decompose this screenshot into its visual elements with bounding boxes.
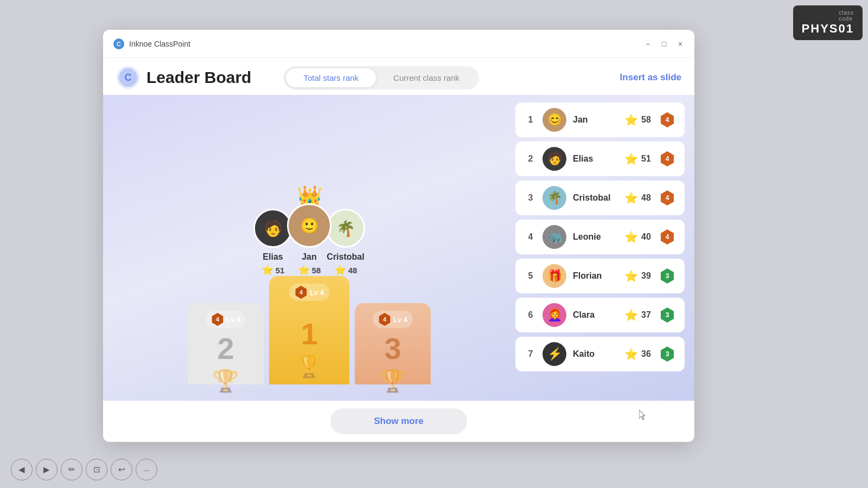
class-code-badge: classcode PHYS01 [793, 5, 863, 40]
lb-avatar-4: 🦏 [542, 225, 566, 249]
lb-star-icon-1: ⭐ [624, 113, 638, 126]
app-name: Inknoe ClassPoint [129, 40, 190, 48]
tab-total-stars[interactable]: Total stars rank [286, 68, 376, 87]
lb-rank-3: 3 [525, 193, 536, 203]
bottom-toolbar: ◀ ▶ ✏ ⊡ ↩ ··· [11, 459, 157, 480]
leaderboard-row-6: 6 👩‍🦰 Clara ⭐ 37 3 [515, 298, 685, 332]
more-button[interactable]: ··· [136, 459, 157, 480]
insert-slide-button[interactable]: Insert as slide [620, 72, 681, 83]
lb-score-3: ⭐ 48 4 [624, 190, 675, 206]
lb-score-value-5: 39 [641, 271, 656, 281]
camera-button[interactable]: ⊡ [86, 459, 107, 480]
podium-third-stars: ⭐ 48 [334, 264, 358, 276]
lb-star-icon-4: ⭐ [624, 230, 638, 243]
second-level-badge: 4 Lv 4 [206, 311, 246, 328]
lb-score-1: ⭐ 58 4 [624, 112, 675, 127]
podium-third-person: 🌴 Cristobal ⭐ 48 [326, 209, 365, 276]
lb-rank-1: 1 [525, 115, 536, 125]
tab-current-class[interactable]: Current class rank [376, 68, 477, 87]
first-level-label: Lv 4 [310, 288, 324, 297]
lb-name-6: Clara [573, 310, 618, 320]
lb-level-badge-5: 3 [660, 268, 675, 284]
show-more-button[interactable]: Show more [330, 408, 467, 434]
lb-name-3: Cristobal [573, 193, 618, 203]
minimize-button[interactable]: − [643, 40, 652, 48]
lb-star-icon-3: ⭐ [624, 191, 638, 204]
lb-score-4: ⭐ 40 4 [624, 229, 675, 245]
lb-score-7: ⭐ 36 3 [624, 346, 675, 362]
third-level-badge: 4 Lv 4 [373, 311, 413, 328]
podium-area: 🧑 Elias ⭐ 51 👑 🙂 Jan ⭐ [103, 95, 515, 401]
lb-score-value-7: 36 [641, 349, 656, 359]
third-star-icon: ⭐ [334, 264, 346, 276]
lb-avatar-3: 🌴 [542, 186, 566, 210]
lb-name-1: Jan [573, 115, 618, 125]
podium-first-stars: ⭐ 58 [298, 264, 321, 276]
podium-first-avatar: 🙂 [287, 203, 331, 248]
svg-text:C: C [117, 41, 121, 47]
second-level-hex: 4 [211, 313, 224, 326]
maximize-button[interactable]: □ [660, 40, 668, 48]
lb-avatar-6: 👩‍🦰 [542, 303, 566, 327]
lb-rank-2: 2 [525, 154, 536, 164]
podium-first-person: 👑 🙂 Jan ⭐ 58 [287, 186, 331, 276]
class-code-label: classcode [839, 10, 854, 22]
lb-rank-4: 4 [525, 232, 536, 242]
lb-score-2: ⭐ 51 4 [624, 151, 675, 166]
lb-level-badge-7: 3 [660, 346, 675, 362]
leaderboard-row-2: 2 🧑 Elias ⭐ 51 4 [515, 142, 685, 176]
lb-rank-5: 5 [525, 271, 536, 281]
first-star-icon: ⭐ [298, 264, 310, 276]
second-level-label: Lv 4 [226, 316, 240, 324]
podium-first-name: Jan [302, 252, 317, 262]
third-level-hex: 4 [378, 313, 391, 326]
page-title: Leader Board [146, 68, 251, 87]
lb-avatar-2: 🧑 [542, 147, 566, 171]
podium-second-score: 51 [276, 266, 285, 275]
lb-level-badge-2: 4 [660, 151, 675, 166]
lb-score-value-4: 40 [641, 232, 656, 242]
header-logo: C [116, 66, 140, 89]
lb-rank-7: 7 [525, 349, 536, 359]
lb-avatar-1: 😊 [542, 108, 566, 132]
bottom-bar: Show more [103, 401, 694, 442]
podium-rank-first: 1 [301, 319, 317, 349]
podium-rank-second: 2 [217, 333, 234, 364]
leaderboard-row-5: 5 🎁 Florian ⭐ 39 3 [515, 259, 685, 293]
play-button[interactable]: ▶ [36, 459, 58, 480]
lb-name-2: Elias [573, 154, 618, 164]
first-level-hex: 4 [295, 286, 308, 299]
app-logo: C [113, 38, 125, 50]
lb-name-5: Florian [573, 271, 618, 281]
podium-second-stars: ⭐ 51 [261, 264, 285, 276]
podium-block-second: 4 Lv 4 2 🏆 [188, 303, 264, 384]
tabs-area: Total stars rank Current class rank [284, 66, 478, 89]
podium-block-third: 4 Lv 4 3 🏆 [355, 303, 431, 384]
podium-avatars: 🧑 Elias ⭐ 51 👑 🙂 Jan ⭐ [103, 186, 515, 276]
second-star-icon: ⭐ [261, 264, 273, 276]
podium-rank-third: 3 [384, 333, 401, 364]
window-controls: − □ × [643, 40, 685, 48]
leaderboard-row-4: 4 🦏 Leonie ⭐ 40 4 [515, 220, 685, 254]
logo-title: C Leader Board [116, 66, 251, 89]
close-button[interactable]: × [676, 40, 685, 48]
lb-avatar-5: 🎁 [542, 264, 566, 288]
lb-avatar-7: ⚡ [542, 342, 566, 366]
podium-first-score: 58 [312, 266, 321, 275]
undo-button[interactable]: ↩ [111, 459, 132, 480]
lb-star-icon-2: ⭐ [624, 152, 638, 165]
header-row: C Leader Board Total stars rank Current … [103, 58, 694, 95]
lb-score-5: ⭐ 39 3 [624, 268, 675, 284]
lb-level-badge-4: 4 [660, 229, 675, 245]
podium-block-first: 4 Lv 4 1 🏆 [269, 276, 349, 384]
lb-rank-6: 6 [525, 310, 536, 320]
lb-score-6: ⭐ 37 3 [624, 307, 675, 323]
lb-star-icon-5: ⭐ [624, 269, 638, 282]
lb-level-badge-6: 3 [660, 307, 675, 323]
main-content: 🧑 Elias ⭐ 51 👑 🙂 Jan ⭐ [103, 95, 694, 401]
second-trophy-icon: 🏆 [212, 368, 239, 394]
podium-second-name: Elias [263, 252, 283, 262]
pen-button[interactable]: ✏ [61, 459, 82, 480]
lb-name-7: Kaito [573, 349, 618, 359]
back-button[interactable]: ◀ [11, 459, 33, 480]
